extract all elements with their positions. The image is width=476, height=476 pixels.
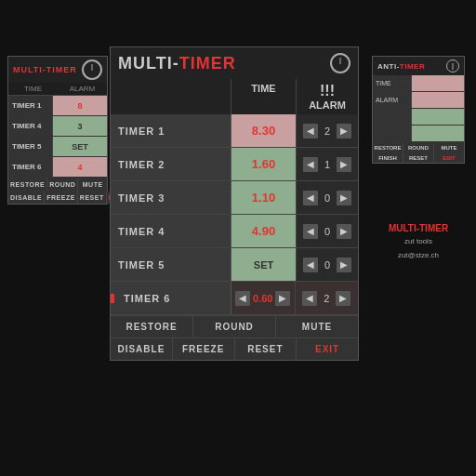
timer-3-alarm-dec[interactable]: ◀ xyxy=(303,191,318,205)
right-reset-button[interactable]: RESET xyxy=(403,153,434,163)
table-row: TIMER 5 SET ◀ 0 ▶ xyxy=(111,248,358,282)
right-row-label xyxy=(373,126,412,141)
left-timer-value: 4 xyxy=(53,157,107,177)
header-icons xyxy=(330,53,350,73)
left-btn-row-2: DISABLE FREEZE RESET EXIT xyxy=(8,191,107,204)
right-row-value xyxy=(412,92,464,108)
timer-2-alarm: ◀ 1 ▶ xyxy=(297,148,358,180)
left-restore-button[interactable]: RESTORE xyxy=(8,178,47,191)
timer-5-value: SET xyxy=(231,248,297,281)
timer-4-alarm-inc[interactable]: ▶ xyxy=(337,224,351,239)
disable-button[interactable]: DISABLE xyxy=(111,338,173,360)
table-row: TIMER 6 ◀ 0.60 ▶ ◀ 2 ▶ xyxy=(111,282,358,315)
left-timer-value: SET xyxy=(53,137,107,156)
table-row: TIMER 4 4.90 ◀ 0 ▶ xyxy=(111,215,358,248)
left-col-time: TIME xyxy=(8,83,58,95)
timer-2-alarm-inc[interactable]: ▶ xyxy=(337,157,351,172)
timer-1-value: 8.30 xyxy=(231,114,297,147)
timer-1-alarm-dec[interactable]: ◀ xyxy=(303,124,318,139)
timer-6-alarm-dec[interactable]: ◀ xyxy=(302,291,317,306)
timer-1-alarm-num: 2 xyxy=(321,126,334,137)
list-item xyxy=(373,126,464,142)
table-row: TIMER 1 8.30 ◀ 2 ▶ xyxy=(111,114,358,148)
left-mute-button[interactable]: MUTE xyxy=(78,178,107,191)
left-timer-name: TIMER 5 xyxy=(8,137,53,156)
restore-button[interactable]: RESTORE xyxy=(111,316,193,337)
right-clock-icon xyxy=(446,60,459,73)
right-btn-row-1: RESTORE ROUND MUTE xyxy=(373,142,464,152)
right-mini-panel: ANTI-TIMER TIME ALARM RESTORE ROUND MUTE… xyxy=(372,56,465,164)
timer-6-value-inc[interactable]: ▶ xyxy=(275,291,290,306)
info-area: MULTI-TIMER zut tools zut@stze.ch xyxy=(372,223,465,259)
timer-4-name: TIMER 4 xyxy=(111,215,231,247)
list-item: TIME xyxy=(373,75,464,92)
active-indicator xyxy=(111,294,114,303)
left-timer-value: 8 xyxy=(53,96,107,115)
left-col-headers: TIME ALARM xyxy=(8,83,107,96)
timer-4-alarm-num: 0 xyxy=(321,226,334,237)
right-row-value xyxy=(412,75,464,91)
timer-6-value-cell: ◀ 0.60 ▶ xyxy=(231,282,296,314)
table-row: TIMER 2 1.60 ◀ 1 ▶ xyxy=(111,148,358,181)
main-title: MULTI-TIMER xyxy=(118,54,236,73)
left-round-button[interactable]: ROUND xyxy=(47,178,78,191)
left-timer-name: TIMER 6 xyxy=(8,157,53,177)
timer-4-value: 4.90 xyxy=(231,215,297,247)
left-mini-panel: MULTI-TIMER TIME ALARM TIMER 1 8 TIMER 4… xyxy=(7,56,108,205)
left-panel-header: MULTI-TIMER xyxy=(8,57,107,83)
timer-5-alarm: ◀ 0 ▶ xyxy=(297,248,358,281)
list-item: TIMER 1 8 xyxy=(8,96,107,116)
timer-rows: TIMER 1 8.30 ◀ 2 ▶ TIMER 2 1.60 ◀ 1 ▶ TI… xyxy=(111,114,358,315)
timer-3-alarm-inc[interactable]: ▶ xyxy=(337,191,351,205)
exit-button[interactable]: EXIT xyxy=(297,338,358,360)
table-row: TIMER 3 1.10 ◀ 0 ▶ xyxy=(111,181,358,215)
timer-5-alarm-dec[interactable]: ◀ xyxy=(303,258,318,272)
timer-2-value: 1.60 xyxy=(231,148,297,180)
timer-3-value: 1.10 xyxy=(231,181,297,214)
left-reset-button[interactable]: RESET xyxy=(78,192,107,204)
left-bottom-buttons: RESTORE ROUND MUTE DISABLE FREEZE RESET … xyxy=(8,178,107,204)
right-row-label: ALARM xyxy=(373,92,412,108)
left-title-red: TIMER xyxy=(46,65,77,74)
timer-6-alarm-inc[interactable]: ▶ xyxy=(336,291,350,306)
col-time-header: TIME xyxy=(231,79,297,114)
right-row-value xyxy=(412,109,464,125)
timer-6-alarm: ◀ 2 ▶ xyxy=(296,282,359,314)
right-row-value xyxy=(412,126,464,141)
timer-2-name: TIMER 2 xyxy=(111,148,231,180)
left-disable-button[interactable]: DISABLE xyxy=(8,192,45,204)
right-row-label: TIME xyxy=(373,75,412,91)
timer-5-alarm-inc[interactable]: ▶ xyxy=(337,258,351,272)
timer-5-alarm-num: 0 xyxy=(321,259,334,271)
timer-1-alarm-inc[interactable]: ▶ xyxy=(337,124,351,139)
timer-6-value-dec[interactable]: ◀ xyxy=(235,291,250,306)
timer-1-alarm: ◀ 2 ▶ xyxy=(297,114,358,147)
right-round-button[interactable]: ROUND xyxy=(403,143,434,152)
mute-button[interactable]: MUTE xyxy=(276,316,358,337)
reset-button[interactable]: RESET xyxy=(235,338,298,360)
right-mute-button[interactable]: MUTE xyxy=(434,143,464,152)
right-finish-button[interactable]: FINISH xyxy=(373,153,403,163)
freeze-button[interactable]: FREEZE xyxy=(173,338,235,360)
bottom-buttons: RESTORE ROUND MUTE DISABLE FREEZE RESET … xyxy=(111,315,358,360)
timer-6-value: 0.60 xyxy=(253,293,272,304)
timer-1-name: TIMER 1 xyxy=(111,114,231,147)
info-brand: MULTI-TIMER xyxy=(372,223,465,233)
main-header: MULTI-TIMER xyxy=(111,47,358,79)
list-item: TIMER 5 SET xyxy=(8,137,107,157)
list-item: TIMER 6 4 xyxy=(8,157,107,178)
left-freeze-button[interactable]: FREEZE xyxy=(45,192,78,204)
timer-4-alarm-dec[interactable]: ◀ xyxy=(303,224,318,239)
list-item xyxy=(373,109,464,126)
timer-2-alarm-dec[interactable]: ◀ xyxy=(303,157,318,172)
right-exit-button[interactable]: EXIT xyxy=(434,153,464,163)
round-button[interactable]: ROUND xyxy=(193,316,276,337)
left-timer-value: 3 xyxy=(53,116,107,136)
info-sub-line1: zut tools xyxy=(372,237,465,245)
list-item: TIMER 4 3 xyxy=(8,116,107,137)
right-panel-title: ANTI-TIMER xyxy=(377,62,425,71)
right-restore-button[interactable]: RESTORE xyxy=(373,143,403,152)
left-panel-title: MULTI-TIMER xyxy=(13,65,77,74)
info-email: zut@stze.ch xyxy=(372,251,465,259)
clock-icon xyxy=(82,60,102,80)
